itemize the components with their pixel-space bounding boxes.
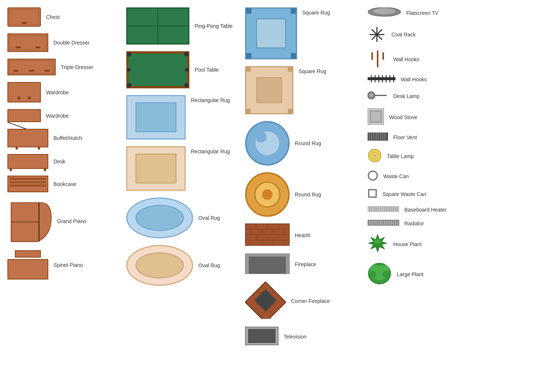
round-rug-orange-icon xyxy=(245,172,290,217)
rect-rug-blue-inner xyxy=(136,102,176,132)
svg-point-115 xyxy=(369,271,377,278)
pool-pocket xyxy=(184,83,189,88)
svg-rect-92 xyxy=(368,220,399,226)
square-rug-blue-label: Square Rug xyxy=(302,10,330,16)
wardrobe1-label: Wardrobe xyxy=(46,89,69,95)
ping-pong-svg xyxy=(127,9,188,43)
television-icon xyxy=(245,327,278,346)
list-item: Square Rug xyxy=(245,7,360,59)
rect-rug-blue-icon xyxy=(126,95,186,140)
rug-corner-tr xyxy=(291,9,296,14)
page: Chest Double Dresser Triple Dresser xyxy=(0,0,557,392)
rug-corner-br xyxy=(291,53,296,58)
svg-rect-26 xyxy=(249,257,286,274)
floor-vent-svg xyxy=(368,133,388,141)
desk-legs xyxy=(10,168,46,171)
list-item: Pool Table xyxy=(126,51,238,88)
radiator-svg xyxy=(368,220,399,226)
buffet-foot xyxy=(16,147,18,150)
rug-corner-bl xyxy=(246,109,251,113)
svg-rect-36 xyxy=(248,329,276,343)
fireplace-icon xyxy=(245,254,290,275)
bookcase-shelf xyxy=(10,178,46,180)
flatscreen-tv-icon xyxy=(368,7,401,19)
list-item: Oval Rug xyxy=(126,197,238,238)
list-item: Corner Fireplace xyxy=(245,282,360,320)
list-item: Wall Hooks xyxy=(368,75,483,84)
dresser-handles xyxy=(8,70,55,72)
wardrobe-knobs xyxy=(17,97,31,99)
floor-vent-icon xyxy=(368,133,388,142)
svg-line-0 xyxy=(7,122,28,130)
wardrobe-knob xyxy=(28,97,31,99)
oval-rug-peach-icon xyxy=(126,245,193,286)
list-item: Square Rug xyxy=(245,66,360,114)
desk-leg xyxy=(10,168,12,171)
rug-corner-tl xyxy=(246,67,251,72)
oval-rug-peach-label: Oval Rug xyxy=(198,262,220,268)
desk-leg xyxy=(44,168,46,171)
list-item: Floor Vent xyxy=(368,133,483,142)
round-rug-blue-center xyxy=(255,131,267,143)
list-item: Rectangular Rug xyxy=(126,146,238,191)
fireplace-label: Fireplace xyxy=(295,261,316,267)
buffet-icon xyxy=(7,129,48,147)
list-item: Grand Piano xyxy=(7,199,119,244)
list-item: Wood Stove xyxy=(368,108,483,126)
rug-inner-peach xyxy=(256,77,282,103)
television-label: Television xyxy=(284,334,306,340)
list-item: House Plant xyxy=(368,233,483,255)
list-item: Television xyxy=(245,327,360,346)
bookcase-shelf xyxy=(10,184,46,187)
svg-rect-60 xyxy=(371,112,380,121)
list-item: Wardrobe xyxy=(7,82,119,102)
buffet-label: Buffet/Hutch xyxy=(53,135,82,141)
square-waste-can-label: Square Waste Can xyxy=(382,191,426,197)
wood-stove-icon xyxy=(368,108,384,126)
spinet-body xyxy=(7,259,48,280)
square-rug-peach-icon xyxy=(245,66,293,114)
wall-hooks1-svg xyxy=(368,50,388,67)
desk-lamp-label: Desk Lamp xyxy=(393,93,420,99)
list-item: Hearth xyxy=(245,223,360,247)
wood-stove-svg xyxy=(368,108,384,125)
list-item: Spinet Piano xyxy=(7,250,119,280)
buffet-feet xyxy=(16,147,40,150)
grand-piano-icon xyxy=(7,199,52,244)
wall-hooks1-label: Wall Hooks xyxy=(393,56,419,62)
column-1: Chest Double Dresser Triple Dresser xyxy=(4,7,123,385)
list-item: Chest xyxy=(7,7,119,27)
wardrobe2-container xyxy=(7,109,41,122)
dresser-handle xyxy=(13,70,19,72)
house-plant-label: House Plant xyxy=(393,241,421,247)
table-lamp-svg xyxy=(368,148,382,163)
list-item: Coat Rack xyxy=(368,25,483,44)
round-rug-blue-inner xyxy=(254,130,280,156)
round-rug-blue-label: Round Rug xyxy=(295,140,321,146)
chest-label: Chest xyxy=(46,14,60,20)
buffet-foot xyxy=(38,147,40,150)
list-item: Triple Dresser xyxy=(7,59,119,75)
svg-rect-75 xyxy=(368,206,399,212)
waste-can-svg xyxy=(368,170,378,181)
wardrobe1-icon xyxy=(7,82,41,102)
television-svg xyxy=(245,327,278,345)
list-item: Table Lamp xyxy=(368,148,483,164)
rect-rug-peach-icon xyxy=(126,146,186,191)
list-item: Double Dresser xyxy=(7,33,119,52)
desk-lamp-icon xyxy=(368,90,388,102)
dresser-handle xyxy=(16,46,21,48)
pool-table-icon xyxy=(126,51,189,88)
baseboard-heater-svg xyxy=(368,206,399,212)
triple-dresser-icon xyxy=(7,59,56,75)
rect-rug-blue-label: Rectangular Rug xyxy=(191,97,230,103)
list-item: Rectangular Rug xyxy=(126,95,238,140)
svg-point-38 xyxy=(373,8,395,14)
bookcase-shelf xyxy=(10,181,46,183)
wardrobe2-icon xyxy=(7,109,41,122)
list-item: Buffet/Hutch xyxy=(7,129,119,147)
fireplace-svg xyxy=(245,254,290,274)
rug-corner-bl xyxy=(246,53,251,58)
rug-corner-tl xyxy=(246,9,251,14)
wall-hooks1-icon xyxy=(368,50,388,68)
